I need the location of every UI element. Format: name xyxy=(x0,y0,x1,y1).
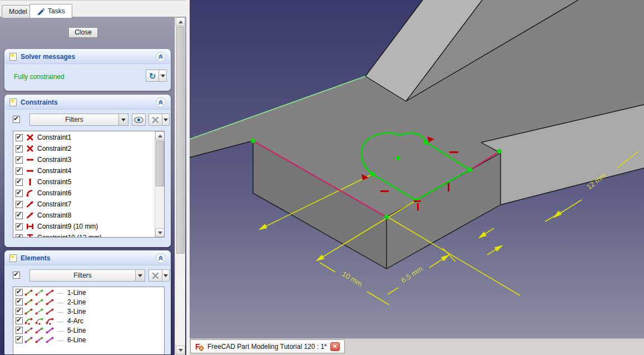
show-hide-button[interactable] xyxy=(132,114,146,126)
element-checkbox[interactable] xyxy=(16,317,23,324)
constraint-row[interactable]: Constraint5 xyxy=(13,176,155,188)
solver-status-text: Fully constrained xyxy=(14,73,65,81)
element-dash: — xyxy=(57,299,63,305)
constraint-settings-button[interactable] xyxy=(148,114,162,126)
dimension-label-6.5mm: 6.5 mm xyxy=(399,264,424,284)
element-settings-button[interactable] xyxy=(148,269,162,282)
constraint-checkbox[interactable] xyxy=(16,234,23,238)
collapse-icon[interactable] xyxy=(156,253,166,263)
tangent-arc-icon xyxy=(26,189,34,197)
close-document-icon[interactable]: ✕ xyxy=(330,342,340,351)
element-checkbox[interactable] xyxy=(16,327,23,334)
constraint-row[interactable]: Constraint10 (12 mm) xyxy=(13,232,155,238)
chevron-down-icon xyxy=(118,114,128,125)
close-button[interactable]: Close xyxy=(68,27,98,38)
collapse-icon[interactable] xyxy=(156,97,166,107)
constraint-label: Constraint5 xyxy=(37,178,71,186)
dimension-arrow-icon xyxy=(495,246,502,251)
scroll-up-icon[interactable] xyxy=(176,17,185,26)
constraint-checkbox[interactable] xyxy=(16,134,23,141)
line-icon xyxy=(35,327,44,334)
constraints-list[interactable]: Constraint1Constraint2Constraint3Constra… xyxy=(13,131,165,238)
coincident-icon xyxy=(26,145,34,152)
constraint-settings-dropdown[interactable] xyxy=(162,114,170,126)
line-icon xyxy=(35,298,44,306)
constraint-label: Constraint4 xyxy=(37,167,71,175)
element-row[interactable]: —3-Line xyxy=(13,307,164,316)
constraint-row[interactable]: Constraint7 xyxy=(13,199,155,210)
element-row[interactable]: —6-Line xyxy=(13,335,164,344)
element-row[interactable]: —2-Line xyxy=(13,297,164,307)
constraints-list-scrollbar[interactable] xyxy=(155,131,164,237)
scroll-up-icon[interactable] xyxy=(155,131,165,140)
constraint-row[interactable]: Constraint9 (10 mm) xyxy=(13,221,155,232)
element-checkbox[interactable] xyxy=(16,336,23,343)
elements-filter-checkbox[interactable] xyxy=(13,272,20,279)
line-icon xyxy=(24,308,33,315)
solver-messages-header[interactable]: Solver messages xyxy=(5,50,170,64)
3d-viewport[interactable]: 10 mm 6.5 mm 12 mm xyxy=(190,0,644,338)
constraint-row[interactable]: Constraint1 xyxy=(13,132,155,143)
arc-icon xyxy=(24,317,33,325)
constraints-header[interactable]: Constraints xyxy=(5,95,170,110)
line-icon xyxy=(35,308,44,315)
constraints-filter-checkbox[interactable] xyxy=(13,116,20,123)
constraint-checkbox[interactable] xyxy=(16,223,23,230)
scrollbar-thumb[interactable] xyxy=(156,141,164,186)
elements-header[interactable]: Elements xyxy=(5,251,170,265)
distance-x-icon xyxy=(26,223,34,230)
line-icon xyxy=(24,298,33,306)
collapse-icon[interactable] xyxy=(156,52,166,62)
viewport-canvas: 10 mm 6.5 mm 12 mm xyxy=(190,0,644,338)
chevron-down-icon xyxy=(164,119,168,121)
line-icon xyxy=(24,336,33,344)
element-label: 5-Line xyxy=(67,327,86,334)
constraint-checkbox[interactable] xyxy=(16,179,23,186)
scroll-down-icon[interactable] xyxy=(155,228,165,237)
constraints-filter-combo[interactable]: Filters xyxy=(29,114,128,126)
refresh-button[interactable]: ↻ xyxy=(146,70,159,82)
arc-icon xyxy=(35,317,44,325)
coincident-icon xyxy=(26,134,34,141)
constraint-checkbox[interactable] xyxy=(16,156,23,164)
tab-tasks[interactable]: Tasks xyxy=(29,4,72,18)
constraint-row[interactable]: Constraint8 xyxy=(13,210,155,221)
scrollbar-thumb[interactable] xyxy=(176,27,185,254)
constraint-row[interactable]: Constraint2 xyxy=(13,143,155,154)
constraint-checkbox[interactable] xyxy=(16,145,23,152)
constraint-label: Constraint9 (10 mm) xyxy=(37,223,98,230)
tools-icon xyxy=(151,116,160,124)
scroll-down-icon[interactable] xyxy=(176,346,185,354)
element-checkbox[interactable] xyxy=(16,308,23,315)
document-tab[interactable]: F FreeCAD Part Modeling Tutorial 120 : 1… xyxy=(190,339,345,353)
element-row[interactable]: —4-Arc xyxy=(13,316,164,326)
constraint-row[interactable]: Constraint4 xyxy=(13,165,155,176)
elements-filter-combo[interactable]: Filters xyxy=(29,269,145,282)
horizontal-constraint-icon xyxy=(449,151,458,153)
constraint-row[interactable]: Constraint6 xyxy=(13,188,155,199)
elements-list[interactable]: —1-Line—2-Line—3-Line—4-Arc—5-Line—6-Lin… xyxy=(13,287,165,354)
constraints-panel: Constraints Filters xyxy=(4,95,171,247)
element-checkbox[interactable] xyxy=(16,298,23,305)
task-sidebar: Model Tasks Close Solver messages Fully … xyxy=(0,0,186,355)
constraint-checkbox[interactable] xyxy=(16,212,23,219)
constraint-checkbox[interactable] xyxy=(16,167,23,175)
line-icon xyxy=(35,289,44,297)
dimension-arrow-icon xyxy=(479,233,486,238)
task-panel-scrollbar[interactable] xyxy=(175,17,185,355)
element-settings-dropdown[interactable] xyxy=(162,269,170,282)
constraint-row[interactable]: Constraint3 xyxy=(13,154,155,165)
line-icon xyxy=(46,327,55,334)
horizontal-icon xyxy=(26,167,34,175)
element-dash: — xyxy=(57,337,63,343)
constraint-checkbox[interactable] xyxy=(16,201,23,208)
refresh-dropdown[interactable] xyxy=(158,70,167,82)
horizontal-constraint-icon xyxy=(380,190,389,192)
line-icon xyxy=(46,308,55,315)
element-checkbox[interactable] xyxy=(16,289,23,296)
element-row[interactable]: —5-Line xyxy=(13,326,164,335)
element-row[interactable]: —1-Line xyxy=(13,288,164,297)
note-icon xyxy=(9,98,17,106)
note-icon xyxy=(9,254,17,262)
constraint-checkbox[interactable] xyxy=(16,190,23,197)
